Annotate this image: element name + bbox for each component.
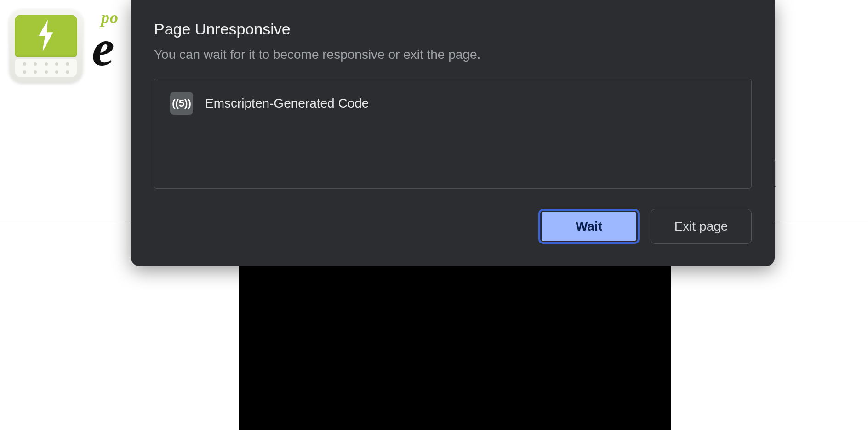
process-row[interactable]: ((5)) Emscripten-Generated Code: [170, 92, 736, 115]
process-list: ((5)) Emscripten-Generated Code: [154, 79, 752, 189]
app-logo-icon: [9, 9, 83, 83]
unresponsive-dialog: Page Unresponsive You can wait for it to…: [131, 0, 775, 266]
bolt-icon: [15, 15, 77, 57]
exit-page-button[interactable]: Exit page: [651, 209, 752, 244]
dialog-title: Page Unresponsive: [154, 20, 752, 38]
svg-marker-0: [39, 20, 53, 52]
process-name: Emscripten-Generated Code: [205, 96, 369, 111]
page-background: po e Fullscreen Page Unresponsive You ca…: [0, 0, 868, 430]
keyboard-dots-icon: [15, 59, 77, 77]
logo-text: po e: [92, 9, 119, 71]
logo-main-fragment: e: [92, 26, 119, 71]
dialog-message: You can wait for it to become responsive…: [154, 47, 752, 62]
dialog-button-row: Wait Exit page: [154, 209, 752, 244]
process-favicon-icon: ((5)): [170, 92, 193, 115]
wait-button[interactable]: Wait: [538, 209, 640, 244]
